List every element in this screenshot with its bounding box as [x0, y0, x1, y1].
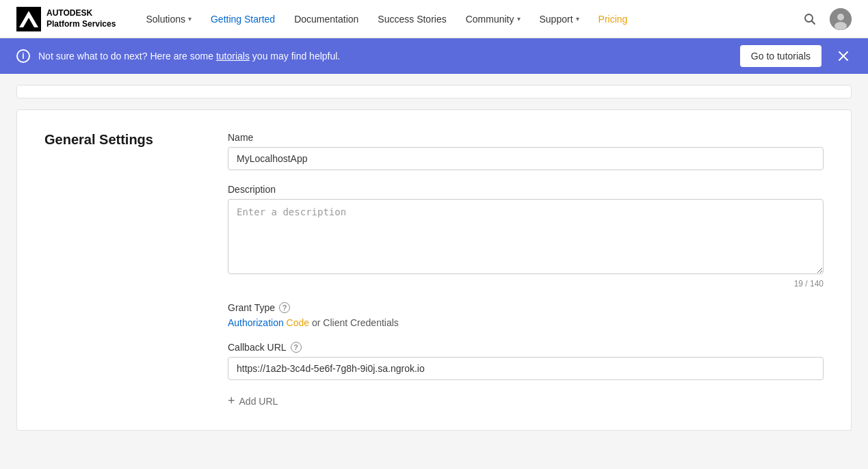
- callback-url-label: Callback URL: [228, 342, 287, 353]
- svg-rect-0: [16, 7, 41, 31]
- search-icon: [804, 13, 816, 25]
- svg-point-5: [837, 14, 844, 21]
- nav-success-stories[interactable]: Success Stories: [369, 8, 454, 30]
- banner-close-button[interactable]: [835, 48, 852, 64]
- grant-type-group: Grant Type ? Authorization Code or Clien…: [228, 302, 824, 328]
- user-avatar[interactable]: [830, 8, 852, 30]
- description-field-group: Description 19 / 140: [228, 184, 824, 289]
- description-textarea[interactable]: [228, 199, 824, 274]
- grant-type-value: Authorization Code or Client Credentials: [228, 317, 824, 328]
- add-url-label: Add URL: [239, 396, 278, 407]
- settings-left-panel: General Settings: [44, 132, 195, 408]
- chevron-down-icon: ▾: [517, 15, 521, 23]
- svg-point-6: [834, 22, 847, 30]
- logo[interactable]: AUTODESK Platform Services: [16, 7, 116, 31]
- char-count: 19 / 140: [228, 279, 824, 289]
- callback-url-input[interactable]: [228, 357, 824, 380]
- nav-pricing[interactable]: Pricing: [590, 8, 636, 30]
- grant-type-label-row: Grant Type ?: [228, 302, 824, 313]
- nav-documentation[interactable]: Documentation: [286, 8, 367, 30]
- settings-title: General Settings: [44, 132, 195, 148]
- nav-support[interactable]: Support ▾: [531, 8, 588, 30]
- settings-form: Name Description 19 / 140 Grant Type ? A…: [228, 132, 824, 408]
- callback-url-help-icon[interactable]: ?: [291, 342, 302, 353]
- banner-text: Not sure what to do next? Here are some …: [38, 51, 732, 62]
- nav-community[interactable]: Community ▾: [458, 8, 529, 30]
- grant-type-help-icon[interactable]: ?: [279, 302, 290, 313]
- nav-links: Solutions ▾ Getting Started Documentatio…: [137, 8, 801, 30]
- chevron-down-icon: ▾: [188, 15, 192, 23]
- nav-getting-started[interactable]: Getting Started: [202, 8, 283, 30]
- search-button[interactable]: [801, 10, 819, 28]
- top-card: [16, 85, 852, 98]
- svg-line-3: [812, 21, 815, 24]
- callback-url-label-row: Callback URL ?: [228, 342, 824, 353]
- autodesk-logo-icon: [16, 7, 41, 31]
- callback-url-group: Callback URL ?: [228, 342, 824, 380]
- info-icon: i: [16, 49, 30, 63]
- add-url-row[interactable]: + Add URL: [228, 394, 824, 408]
- avatar-icon: [830, 8, 852, 30]
- name-field-group: Name: [228, 132, 824, 170]
- navbar: AUTODESK Platform Services Solutions ▾ G…: [0, 0, 868, 38]
- nav-solutions[interactable]: Solutions ▾: [137, 8, 200, 30]
- grant-type-label: Grant Type: [228, 302, 275, 313]
- go-to-tutorials-button[interactable]: Go to tutorials: [740, 45, 821, 67]
- main-content: General Settings Name Description 19 / 1…: [0, 74, 868, 447]
- description-label: Description: [228, 184, 824, 195]
- logo-text: AUTODESK Platform Services: [47, 8, 116, 29]
- tutorials-link[interactable]: tutorials: [216, 51, 250, 62]
- name-label: Name: [228, 132, 824, 143]
- close-icon: [838, 51, 849, 62]
- add-url-plus-icon: +: [228, 394, 235, 408]
- name-input[interactable]: [228, 147, 824, 170]
- general-settings-card: General Settings Name Description 19 / 1…: [16, 109, 852, 431]
- navbar-actions: [801, 8, 852, 30]
- info-banner: i Not sure what to do next? Here are som…: [0, 38, 868, 74]
- chevron-down-icon: ▾: [576, 15, 579, 23]
